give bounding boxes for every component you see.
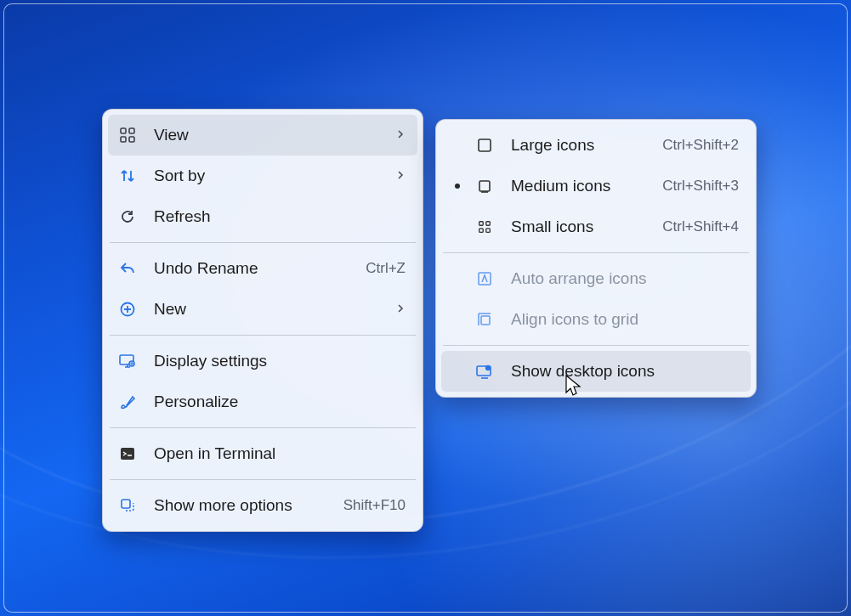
- svg-rect-7: [121, 448, 134, 460]
- menu-item-accelerator: Shift+F10: [343, 497, 406, 514]
- submenu-item-label: Align icons to grid: [511, 310, 739, 329]
- sort-icon: [118, 167, 137, 185]
- submenu-item-accelerator: Ctrl+Shift+2: [662, 137, 739, 154]
- submenu-item-align-to-grid[interactable]: Align icons to grid: [441, 299, 751, 340]
- align-grid-icon: [475, 310, 494, 329]
- submenu-item-show-desktop-icons[interactable]: Show desktop icons: [441, 351, 751, 392]
- menu-item-label: Open in Terminal: [154, 444, 406, 463]
- separator: [443, 345, 749, 346]
- menu-item-show-more-options[interactable]: Show more options Shift+F10: [108, 485, 417, 526]
- menu-item-open-in-terminal[interactable]: Open in Terminal: [108, 433, 417, 474]
- submenu-item-large-icons[interactable]: Large icons Ctrl+Shift+2: [441, 125, 751, 166]
- svg-rect-16: [481, 316, 490, 325]
- svg-rect-9: [479, 139, 491, 151]
- menu-item-label: Personalize: [154, 393, 406, 411]
- menu-item-label: Undo Rename: [154, 259, 357, 278]
- menu-item-label: Show more options: [154, 496, 335, 515]
- submenu-item-label: Large icons: [511, 136, 654, 155]
- svg-rect-14: [486, 229, 491, 233]
- display-settings-icon: [118, 352, 137, 370]
- refresh-icon: [118, 207, 137, 226]
- more-options-icon: [118, 496, 137, 515]
- large-icons-icon: [475, 136, 494, 155]
- view-submenu: Large icons Ctrl+Shift+2 Medium icons Ct…: [435, 119, 757, 398]
- menu-item-label: Sort by: [154, 167, 389, 185]
- submenu-item-label: Small icons: [511, 218, 654, 236]
- desktop-context-menu: View Sort by Refresh Undo Rena: [102, 109, 423, 532]
- show-desktop-icons-icon: [475, 362, 494, 381]
- menu-item-sort-by[interactable]: Sort by: [108, 155, 417, 196]
- menu-item-label: New: [154, 300, 389, 319]
- submenu-item-label: Medium icons: [511, 177, 654, 195]
- submenu-item-label: Show desktop icons: [511, 362, 739, 381]
- chevron-right-icon: [395, 168, 406, 184]
- separator: [110, 479, 416, 480]
- menu-item-personalize[interactable]: Personalize: [108, 381, 417, 422]
- separator: [110, 335, 416, 336]
- chevron-right-icon: [395, 127, 406, 143]
- terminal-icon: [118, 444, 137, 463]
- menu-item-display-settings[interactable]: Display settings: [108, 341, 417, 381]
- undo-icon: [118, 259, 137, 278]
- separator: [110, 242, 416, 243]
- personalize-icon: [118, 393, 137, 411]
- svg-rect-3: [129, 137, 134, 142]
- auto-arrange-icon: [475, 269, 494, 288]
- menu-item-label: Display settings: [154, 352, 406, 370]
- submenu-item-accelerator: Ctrl+Shift+4: [662, 218, 739, 235]
- radio-checked-icon: [455, 184, 460, 189]
- svg-rect-10: [479, 181, 490, 191]
- svg-rect-2: [121, 137, 126, 142]
- menu-item-undo-rename[interactable]: Undo Rename Ctrl+Z: [108, 248, 417, 289]
- svg-rect-1: [129, 128, 134, 133]
- submenu-item-small-icons[interactable]: Small icons Ctrl+Shift+4: [441, 206, 751, 247]
- menu-item-refresh[interactable]: Refresh: [108, 196, 417, 237]
- svg-rect-8: [122, 500, 130, 508]
- submenu-item-label: Auto arrange icons: [511, 269, 739, 288]
- separator: [110, 427, 416, 428]
- menu-item-accelerator: Ctrl+Z: [366, 260, 406, 277]
- svg-rect-11: [479, 222, 484, 226]
- menu-item-new[interactable]: New: [108, 289, 417, 330]
- svg-point-18: [485, 365, 491, 370]
- medium-icons-icon: [475, 177, 494, 195]
- new-icon: [118, 300, 137, 319]
- menu-item-view[interactable]: View: [108, 115, 417, 155]
- submenu-item-medium-icons[interactable]: Medium icons Ctrl+Shift+3: [441, 166, 751, 206]
- svg-rect-0: [121, 128, 126, 133]
- menu-item-label: View: [154, 126, 389, 144]
- submenu-item-accelerator: Ctrl+Shift+3: [662, 178, 739, 195]
- submenu-item-auto-arrange[interactable]: Auto arrange icons: [441, 258, 751, 299]
- svg-rect-13: [479, 229, 484, 233]
- view-icon: [118, 126, 137, 144]
- menu-item-label: Refresh: [154, 207, 406, 226]
- small-icons-icon: [475, 218, 494, 236]
- separator: [443, 252, 749, 253]
- chevron-right-icon: [395, 302, 406, 317]
- svg-rect-12: [486, 222, 491, 226]
